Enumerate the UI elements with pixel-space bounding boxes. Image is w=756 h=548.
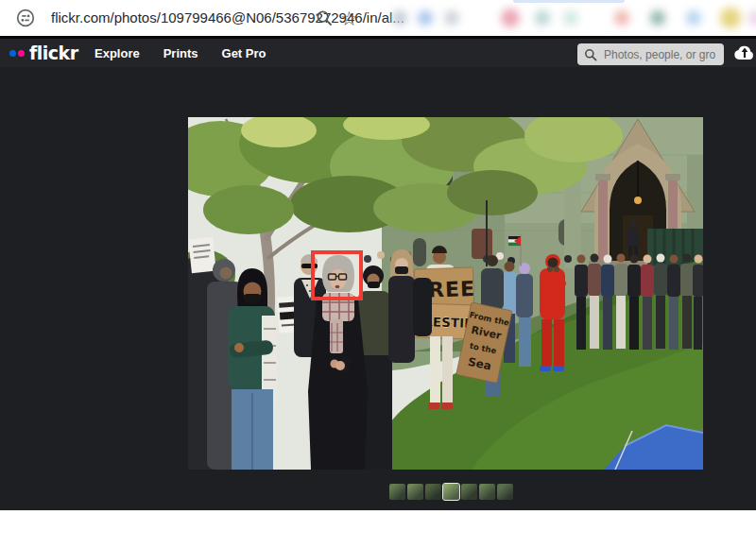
long-hair-person bbox=[388, 249, 415, 363]
main-photo[interactable]: FREE PALESTINE From the River to the Sea bbox=[188, 117, 703, 470]
flickr-logo[interactable]: flickr bbox=[9, 39, 78, 67]
filmstrip-thumbnail[interactable] bbox=[425, 484, 441, 500]
nav-explore[interactable]: Explore bbox=[94, 46, 140, 60]
bookmark-star-icon[interactable]: ☆ bbox=[340, 2, 358, 36]
photo-info-bar: Joe Piette + Follow 303 views 0 faves 0 … bbox=[0, 510, 756, 548]
flickr-wordmark: flickr bbox=[29, 43, 78, 63]
filmstrip-thumbnail[interactable] bbox=[497, 484, 513, 500]
logo-dot-blue bbox=[9, 50, 16, 57]
filmstrip-thumbnail[interactable] bbox=[407, 484, 423, 500]
upload-cloud-icon[interactable] bbox=[732, 43, 756, 62]
search-input[interactable] bbox=[602, 47, 717, 62]
site-info-icon[interactable] bbox=[16, 9, 35, 27]
header-nav: Explore Prints Get Pro bbox=[94, 39, 266, 67]
filmstrip-thumbnail-selected[interactable] bbox=[443, 484, 459, 500]
search-box[interactable] bbox=[577, 43, 724, 65]
filmstrip-thumbnail[interactable] bbox=[389, 484, 405, 500]
filmstrip-thumbnail[interactable] bbox=[479, 484, 495, 500]
browser-chrome: flickr.com/photos/109799466@N06/53679272… bbox=[0, 0, 756, 36]
nav-prints[interactable]: Prints bbox=[163, 46, 198, 60]
filmstrip bbox=[389, 484, 513, 500]
filmstrip-thumbnail[interactable] bbox=[461, 484, 477, 500]
logo-dot-pink bbox=[18, 50, 25, 57]
nav-get-pro[interactable]: Get Pro bbox=[222, 46, 266, 60]
search-icon bbox=[584, 48, 597, 61]
page-zoom-icon[interactable] bbox=[316, 9, 333, 26]
photo-scene: FREE PALESTINE From the River to the Sea bbox=[188, 117, 703, 470]
blurred-extension-icons bbox=[378, 0, 756, 36]
